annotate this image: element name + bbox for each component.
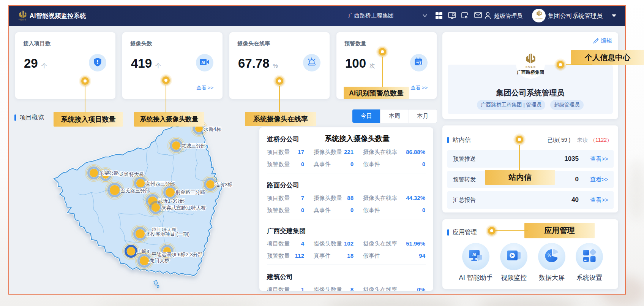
role-label[interactable]: 超级管理员 [494,13,522,20]
message-row: 汇总报告40查看>> [447,191,614,209]
app-item-system-settings[interactable]: 系统设置 [570,243,608,282]
stat-cell-value: 0 [350,207,354,213]
monitor-icon[interactable] [448,12,456,19]
edit-label: 编辑 [601,37,612,44]
company-block: 建筑公司项目数量1摄像头数量8摄像头在线率0% [267,273,426,291]
company-logo-org-text: 广西路桥集团 [516,69,545,76]
app-item-data-screen[interactable]: %数据大屏 [533,243,571,282]
stat-cell-label: 项目数量 [267,195,290,201]
company-name: 建筑公司 [267,273,293,281]
stat-cell-value: 44.32% [406,195,425,201]
stat-cell-label: 摄像头在线率 [363,149,397,155]
stat-card-label: 预警数量 [344,40,366,47]
stat-card-icon-circle [303,54,320,71]
company-logo-icon [525,53,536,63]
view-link[interactable]: 查看>> [579,176,608,183]
stat-cell-label: 摄像头在线率 [363,195,397,201]
stat-card-icon-circle [410,54,428,71]
company-stat-row: 项目数量7摄像头数量88摄像头在线率44.32% [267,195,426,201]
marker-label: 巴羌路三分部 [120,188,150,193]
tab-month[interactable]: 本月 [409,109,437,123]
marker-label: 永新4标 [204,126,221,132]
floating-callout-label: 系统接入摄像头数量 [325,134,390,144]
profile-logo-circle: 北投集团 广西路桥集团 [516,50,545,79]
view-link[interactable]: 查看>> [579,155,608,163]
stat-cell: 摄像头数量221 [314,149,354,155]
ai-assistant-icon: AI [468,248,484,265]
avatar[interactable]: 广西路桥集团 [532,9,546,22]
connector-ring [379,48,386,55]
marker-label: 桐金路三分部 [175,189,205,195]
stat-cell-label: 真事件 [314,207,331,213]
marker-dot [136,229,145,238]
stat-cell-value: 0% [417,286,425,291]
guangxi-map[interactable]: 龙滩特大桥永新4标龙城三分部乐望公路宜州西三分部巴羌路三分部桐金路三分部武忻1-… [0,0,266,306]
person-icon[interactable] [484,12,491,19]
unread-count[interactable]: （1122） [590,137,612,143]
connector-line [279,86,280,112]
callout-tooltip: AI识别预警总数量 [344,87,409,99]
stat-cell: 假事件94 [363,252,425,258]
stat-cell-value: 102 [344,240,354,247]
tab-today[interactable]: 今日 [352,109,380,123]
dashboard-screen: 北投集团 AI智能视频监控系统 广西路桥工程集团 超级管理员 [0,0,644,306]
company-name: 道桥分公司 [267,135,299,144]
stat-card-value: 100 [345,57,366,70]
stat-cell-value: 0 [422,161,425,167]
avatar-logo-icon [536,10,542,16]
connector-ring [276,77,283,85]
pencil-icon [593,38,599,44]
stat-cell-label: 假事件 [363,252,380,259]
stat-cell: 假事件0 [363,161,425,167]
section-title-bar [447,137,449,143]
stat-cell-label: 摄像头在线率 [363,286,397,291]
mail-icon[interactable] [474,12,482,18]
stat-cell: 项目数量7 [267,195,304,201]
stat-cell: 项目数量1 [267,286,304,291]
stat-cell-label: 真事件 [314,161,331,167]
unread-label[interactable]: 未读 [577,137,588,143]
stat-cell: 真事件18 [314,252,354,258]
marker-dot [206,180,215,189]
stat-cell-label: 预警数量 [267,161,290,167]
marker-label: 2-3分部 [186,252,203,257]
stat-cell-label: 项目数量 [267,286,290,291]
company-name: 路面分公司 [267,181,299,190]
calendar-info-icon [414,57,423,68]
stat-cell: 摄像头在线率86.88% [363,149,425,155]
stat-cell-value: 94 [419,252,425,259]
chevron-down-icon[interactable] [422,14,428,17]
connector-ring [488,227,496,235]
stat-cell: 预警数量0 [267,161,304,167]
user-menu-label[interactable]: 集团公司系统管理员 [548,12,603,20]
company-block: 路面分公司项目数量7摄像头数量88摄像头在线率44.32%预警数量0真事件0假事… [267,181,426,223]
app-icon-circle: AI [462,243,489,270]
edit-profile-button[interactable]: 编辑 [593,37,612,44]
stat-cell-label: 假事件 [363,161,380,167]
stat-cell-value: 112 [295,252,304,259]
marker-dot [90,169,98,177]
org-selector[interactable]: 广西路桥工程集团 [348,12,424,19]
connector-line [85,86,85,113]
grid-icon[interactable] [435,12,443,19]
company-stat-row: 项目数量17摄像头数量221摄像头在线率86.88% [267,149,426,155]
caret-down-icon[interactable] [612,14,616,17]
messages-read-state: 已读( 59 ) 未读 （1122） [547,137,612,144]
callout-tooltip: 应用管理 [524,223,595,238]
stat-cell-label: 摄像头数量 [314,149,342,155]
doc-gear-icon[interactable] [461,12,469,19]
app-item-video-monitor[interactable]: 视频监控 [495,243,533,282]
view-link[interactable]: 查看>> [579,197,608,204]
read-count[interactable]: 已读( 59 ) [547,137,570,143]
stat-cell-value: 86.88% [406,149,425,155]
company-block: 广西交建集团项目数量4摄像头数量102摄像头在线率51.96%预警数量112真事… [267,227,426,268]
app-item-ai-assistant[interactable]: AIAI 智能助手 [457,243,495,282]
tab-week[interactable]: 本周 [380,109,408,123]
map-marker-ghost[interactable]: 2-3分部 [186,252,203,257]
view-link[interactable]: 查看 >> [410,84,428,91]
stat-cell-value: 7 [301,195,304,201]
stat-cell-label: 项目数量 [267,149,290,155]
connector-ring [162,76,170,84]
app-icon-circle: % [538,243,565,270]
connector-ring [557,61,564,68]
